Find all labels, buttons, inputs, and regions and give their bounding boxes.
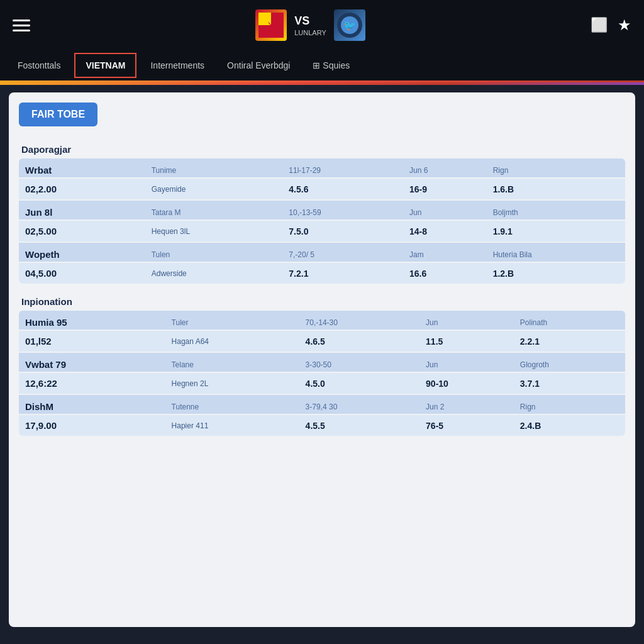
cell-value: 2.4.B bbox=[514, 414, 625, 436]
cell-value: 17,9.00 bbox=[19, 414, 165, 436]
table-row: Wrbat Tunime 11l-17-29 Jun 6 Rign bbox=[19, 158, 625, 178]
cell-value: 4.5.5 bbox=[299, 414, 419, 436]
cell: 3-79,4 30 bbox=[299, 394, 419, 414]
cell-value: 01,l52 bbox=[19, 330, 165, 352]
cell: Jun bbox=[419, 352, 514, 372]
cell: 11l-17-29 bbox=[282, 158, 403, 178]
cell: Jun 6 bbox=[403, 158, 487, 178]
app-header: ⚔ VS LUNLARY 🐦 ⬜ ★ bbox=[0, 0, 644, 50]
cell-value: 1.6.B bbox=[487, 178, 625, 200]
cell: 70,-14-30 bbox=[299, 311, 419, 330]
cell-value: 16.6 bbox=[403, 262, 487, 284]
cell: 10,-13-59 bbox=[282, 200, 403, 220]
cell-value: 14-8 bbox=[403, 220, 487, 242]
hamburger-menu[interactable] bbox=[13, 19, 30, 31]
cell-value: 76-5 bbox=[419, 414, 514, 436]
cell-value: 04,5.00 bbox=[19, 262, 145, 284]
cell-value: 11.5 bbox=[419, 330, 514, 352]
cell: Tutenne bbox=[165, 394, 299, 414]
cell: Telane bbox=[165, 352, 299, 372]
user-icon[interactable]: ★ bbox=[618, 16, 631, 34]
cell-value: 2.2.1 bbox=[514, 330, 625, 352]
table-row: 01,l52 Hagan A64 4.6.5 11.5 2.2.1 bbox=[19, 330, 625, 352]
table-daporagjar: Wrbat Tunime 11l-17-29 Jun 6 Rign 02,2.0… bbox=[19, 158, 625, 284]
cell: Jam bbox=[403, 242, 487, 262]
tab-squies[interactable]: ⊞ Squies bbox=[301, 52, 361, 79]
cell-value: 16-9 bbox=[403, 178, 487, 200]
cell: Huteria Bila bbox=[487, 242, 625, 262]
color-bar bbox=[0, 82, 644, 85]
cell-value: 1.2.B bbox=[487, 262, 625, 284]
cell: Tulen bbox=[145, 242, 283, 262]
hamburger-line-3 bbox=[13, 30, 30, 31]
main-content: FAIR TOBE Daporagjar Wrbat Tunime 11l-17… bbox=[9, 92, 635, 627]
cell: Glogroth bbox=[514, 352, 625, 372]
table-row: 02,5.00 Hequen 3lL 7.5.0 14-8 1.9.1 bbox=[19, 220, 625, 242]
tab-vietnam[interactable]: VIETNAM bbox=[74, 53, 136, 78]
cell: 7,-20/ 5 bbox=[282, 242, 403, 262]
table-row: 04,5.00 Adwerside 7.2.1 16.6 1.2.B bbox=[19, 262, 625, 284]
fair-tobe-button[interactable]: FAIR TOBE bbox=[19, 103, 97, 126]
tab-ontiral[interactable]: Ontiral Everbdgi bbox=[216, 52, 301, 79]
svg-text:⚔: ⚔ bbox=[267, 21, 275, 31]
table-row: Wopeth Tulen 7,-20/ 5 Jam Huteria Bila bbox=[19, 242, 625, 262]
table-inpionation: Humia 95 Tuler 70,-14-30 Jun Polinath 01… bbox=[19, 311, 625, 436]
cell-value: 4.5.6 bbox=[282, 178, 403, 200]
cell: Tatara M bbox=[145, 200, 283, 220]
cell: Jun bbox=[403, 200, 487, 220]
header-actions: ⬜ ★ bbox=[591, 16, 631, 34]
table-row: Humia 95 Tuler 70,-14-30 Jun Polinath bbox=[19, 311, 625, 330]
cell-value: 4.6.5 bbox=[299, 330, 419, 352]
cell-value: 12,6:22 bbox=[19, 372, 165, 394]
cell: Jun bbox=[419, 311, 514, 330]
table-row: DishM Tutenne 3-79,4 30 Jun 2 Rign bbox=[19, 394, 625, 414]
tab-fostonttals[interactable]: Fostonttals bbox=[6, 52, 72, 79]
cell-value: 1.9.1 bbox=[487, 220, 625, 242]
cell-value: 7.2.1 bbox=[282, 262, 403, 284]
table-row: 02,2.00 Gayemide 4.5.6 16-9 1.6.B bbox=[19, 178, 625, 200]
cell: Boljmth bbox=[487, 200, 625, 220]
cell-value: Hapier 411 bbox=[165, 414, 299, 436]
cell: Jun 8l bbox=[19, 200, 145, 220]
cell: Tunime bbox=[145, 158, 283, 178]
cell: Vwbat 79 bbox=[19, 352, 165, 372]
team-logo-right: 🐦 bbox=[334, 9, 365, 41]
svg-text:🐦: 🐦 bbox=[343, 19, 356, 31]
camera-icon[interactable]: ⬜ bbox=[591, 17, 608, 33]
hamburger-line-1 bbox=[13, 19, 30, 21]
cell-value: 90-10 bbox=[419, 372, 514, 394]
section-inpionation-label: Inpionation bbox=[19, 290, 625, 311]
cell-value: 4.5.0 bbox=[299, 372, 419, 394]
cell-value: 02,5.00 bbox=[19, 220, 145, 242]
cell: DishM bbox=[19, 394, 165, 414]
match-center: ⚔ VS LUNLARY 🐦 bbox=[255, 9, 365, 41]
cell: 3-30-50 bbox=[299, 352, 419, 372]
cell-value: 3.7.1 bbox=[514, 372, 625, 394]
vs-label: VS LUNLARY bbox=[294, 14, 326, 36]
section-daporagjar-label: Daporagjar bbox=[19, 138, 625, 158]
table-row: Vwbat 79 Telane 3-30-50 Jun Glogroth bbox=[19, 352, 625, 372]
cell: Polinath bbox=[514, 311, 625, 330]
cell-value: Hequen 3lL bbox=[145, 220, 283, 242]
cell-value: Gayemide bbox=[145, 178, 283, 200]
table-row: 12,6:22 Hegnen 2L 4.5.0 90-10 3.7.1 bbox=[19, 372, 625, 394]
nav-tabs: Fostonttals VIETNAM Internetments Ontira… bbox=[0, 50, 644, 82]
cell-value: Hagan A64 bbox=[165, 330, 299, 352]
cell-value: Hegnen 2L bbox=[165, 372, 299, 394]
cell-value: 7.5.0 bbox=[282, 220, 403, 242]
table-row: 17,9.00 Hapier 411 4.5.5 76-5 2.4.B bbox=[19, 414, 625, 436]
hamburger-line-2 bbox=[13, 25, 30, 26]
cell: Wopeth bbox=[19, 242, 145, 262]
tab-internetments[interactable]: Internetments bbox=[139, 52, 216, 79]
cell: Rign bbox=[487, 158, 625, 178]
cell-value: 02,2.00 bbox=[19, 178, 145, 200]
team-logo-left: ⚔ bbox=[255, 9, 287, 41]
cell: Jun 2 bbox=[419, 394, 514, 414]
cell-value: Adwerside bbox=[145, 262, 283, 284]
cell: Humia 95 bbox=[19, 311, 165, 330]
cell: Wrbat bbox=[19, 158, 145, 178]
table-row: Jun 8l Tatara M 10,-13-59 Jun Boljmth bbox=[19, 200, 625, 220]
cell: Rign bbox=[514, 394, 625, 414]
cell: Tuler bbox=[165, 311, 299, 330]
